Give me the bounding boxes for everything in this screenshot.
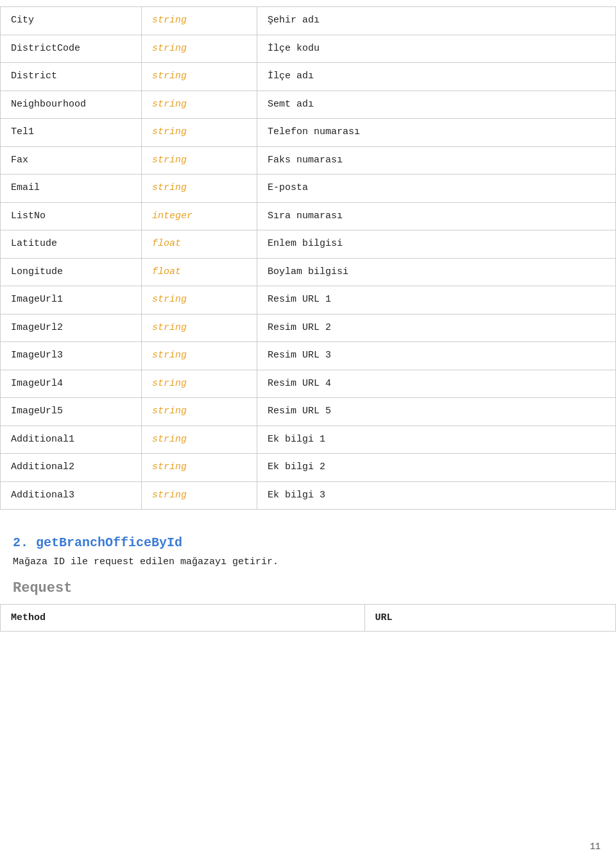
- field-description: Şehir adı: [257, 7, 616, 35]
- fields-table: CitystringŞehir adıDistrictCodestringİlç…: [0, 6, 616, 510]
- field-name: ListNo: [1, 202, 142, 230]
- field-name: Latitude: [1, 230, 142, 259]
- field-description: Resim URL 2: [257, 314, 616, 342]
- field-name: ImageUrl5: [1, 398, 142, 426]
- field-description: Telefon numarası: [257, 119, 616, 147]
- table-row: CitystringŞehir adı: [1, 7, 616, 35]
- field-name: ImageUrl2: [1, 314, 142, 342]
- request-table: Method URL: [0, 604, 616, 632]
- field-name: Neighbourhood: [1, 91, 142, 119]
- table-row: Additional3stringEk bilgi 3: [1, 481, 616, 510]
- field-type: string: [142, 314, 257, 342]
- field-description: Ek bilgi 2: [257, 454, 616, 482]
- field-type: string: [142, 481, 257, 510]
- table-row: FaxstringFaks numarası: [1, 146, 616, 175]
- field-description: Semt adı: [257, 91, 616, 119]
- table-row: Additional1stringEk bilgi 1: [1, 426, 616, 454]
- table-row: Additional2stringEk bilgi 2: [1, 454, 616, 482]
- field-type: string: [142, 286, 257, 315]
- field-description: E-posta: [257, 175, 616, 203]
- request-table-wrapper: Method URL: [0, 604, 616, 632]
- field-name: ImageUrl3: [1, 342, 142, 370]
- fields-table-wrapper: CitystringŞehir adıDistrictCodestringİlç…: [0, 6, 616, 510]
- field-type: string: [142, 426, 257, 454]
- field-description: Resim URL 3: [257, 342, 616, 370]
- page: CitystringŞehir adıDistrictCodestringİlç…: [0, 0, 616, 862]
- table-row: ImageUrl4stringResim URL 4: [1, 370, 616, 398]
- field-type: string: [142, 146, 257, 175]
- section-heading: 2. getBranchOfficeById: [13, 535, 603, 550]
- field-name: DistrictCode: [1, 35, 142, 63]
- field-description: İlçe adı: [257, 63, 616, 91]
- field-type: float: [142, 230, 257, 259]
- table-row: NeighbourhoodstringSemt adı: [1, 91, 616, 119]
- field-type: string: [142, 63, 257, 91]
- field-type: string: [142, 454, 257, 482]
- field-name: Additional2: [1, 454, 142, 482]
- table-row: EmailstringE-posta: [1, 175, 616, 203]
- table-row: Districtstringİlçe adı: [1, 63, 616, 91]
- method-header: Method: [1, 605, 365, 632]
- field-type: string: [142, 35, 257, 63]
- sub-heading: Request: [13, 580, 603, 596]
- field-name: ImageUrl4: [1, 370, 142, 398]
- field-type: string: [142, 91, 257, 119]
- table-row: ListNointegerSıra numarası: [1, 202, 616, 230]
- table-row: ImageUrl1stringResim URL 1: [1, 286, 616, 315]
- table-row: LatitudefloatEnlem bilgisi: [1, 230, 616, 259]
- field-description: Faks numarası: [257, 146, 616, 175]
- field-name: City: [1, 7, 142, 35]
- field-name: Email: [1, 175, 142, 203]
- section-description: Mağaza ID ile request edilen mağazayı ge…: [13, 556, 603, 567]
- field-description: Boylam bilgisi: [257, 258, 616, 286]
- field-type: string: [142, 370, 257, 398]
- field-name: District: [1, 63, 142, 91]
- field-type: string: [142, 342, 257, 370]
- table-row: Tel1stringTelefon numarası: [1, 119, 616, 147]
- field-name: Additional1: [1, 426, 142, 454]
- table-row: ImageUrl5stringResim URL 5: [1, 398, 616, 426]
- field-description: Enlem bilgisi: [257, 230, 616, 259]
- section-title: getBranchOfficeById: [36, 535, 182, 550]
- field-description: Sıra numarası: [257, 202, 616, 230]
- field-type: string: [142, 119, 257, 147]
- page-number: 11: [590, 841, 601, 852]
- table-row: LongitudefloatBoylam bilgisi: [1, 258, 616, 286]
- field-name: ImageUrl1: [1, 286, 142, 315]
- url-header: URL: [364, 605, 615, 632]
- field-description: Ek bilgi 1: [257, 426, 616, 454]
- table-row: ImageUrl2stringResim URL 2: [1, 314, 616, 342]
- field-type: float: [142, 258, 257, 286]
- field-description: Resim URL 4: [257, 370, 616, 398]
- field-type: string: [142, 7, 257, 35]
- field-type: integer: [142, 202, 257, 230]
- field-type: string: [142, 398, 257, 426]
- field-type: string: [142, 175, 257, 203]
- field-name: Fax: [1, 146, 142, 175]
- table-row: ImageUrl3stringResim URL 3: [1, 342, 616, 370]
- field-name: Longitude: [1, 258, 142, 286]
- section-number: 2.: [13, 535, 36, 550]
- field-description: Resim URL 1: [257, 286, 616, 315]
- field-description: İlçe kodu: [257, 35, 616, 63]
- field-name: Additional3: [1, 481, 142, 510]
- field-description: Resim URL 5: [257, 398, 616, 426]
- field-name: Tel1: [1, 119, 142, 147]
- table-row: DistrictCodestringİlçe kodu: [1, 35, 616, 63]
- field-description: Ek bilgi 3: [257, 481, 616, 510]
